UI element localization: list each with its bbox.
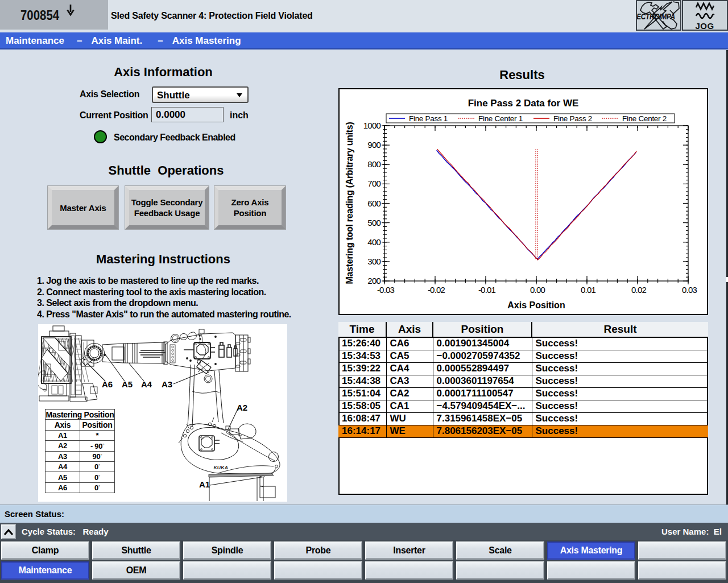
svg-text:Fine Pass 2: Fine Pass 2 bbox=[553, 114, 592, 123]
svg-text:400: 400 bbox=[367, 237, 380, 247]
svg-text:A1: A1 bbox=[199, 479, 210, 489]
svg-text:Fine Center 2: Fine Center 2 bbox=[622, 114, 667, 123]
svg-text:300: 300 bbox=[367, 257, 380, 266]
svg-text:JOG: JOG bbox=[695, 21, 714, 31]
svg-text:-0.01: -0.01 bbox=[478, 285, 496, 295]
svg-text:Fine Pass 2 Data for WE: Fine Pass 2 Data for WE bbox=[468, 98, 579, 109]
svg-text:0.03: 0.03 bbox=[682, 285, 697, 295]
svg-text:900: 900 bbox=[367, 140, 380, 150]
svg-text:500: 500 bbox=[367, 218, 380, 228]
svg-text:A4: A4 bbox=[141, 379, 152, 389]
svg-text:Axis Position: Axis Position bbox=[507, 300, 565, 310]
svg-text:800: 800 bbox=[367, 159, 380, 169]
svg-text:0.01: 0.01 bbox=[581, 285, 595, 295]
svg-text:0.00: 0.00 bbox=[530, 285, 545, 295]
svg-text:700: 700 bbox=[367, 179, 380, 188]
svg-text:0.02: 0.02 bbox=[631, 285, 646, 295]
svg-text:200: 200 bbox=[367, 276, 380, 286]
svg-text:A5: A5 bbox=[122, 379, 133, 389]
svg-text:600: 600 bbox=[367, 199, 380, 208]
svg-text:-0.02: -0.02 bbox=[428, 285, 445, 295]
svg-text:KUKA: KUKA bbox=[213, 465, 229, 470]
svg-text:Mastering tool reading (Arbitr: Mastering tool reading (Arbitrary units) bbox=[345, 122, 354, 284]
svg-text:A6: A6 bbox=[102, 379, 113, 389]
svg-text:Fine Center 1: Fine Center 1 bbox=[478, 114, 523, 123]
svg-text:A2: A2 bbox=[237, 403, 247, 412]
svg-text:-0.03: -0.03 bbox=[377, 285, 395, 295]
svg-text:A3: A3 bbox=[162, 379, 172, 389]
svg-text:ECTROIMPA: ECTROIMPA bbox=[637, 12, 675, 22]
svg-text:Fine Pass 1: Fine Pass 1 bbox=[409, 114, 448, 123]
svg-text:1000: 1000 bbox=[363, 121, 381, 130]
